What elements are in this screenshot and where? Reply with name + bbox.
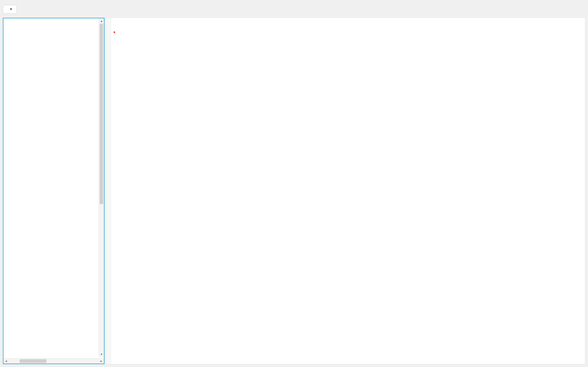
line-number-gutter [105,18,111,364]
highlight-annotation [113,31,115,33]
scroll-right-icon[interactable]: ▸ [99,359,104,363]
monitor-dropdown[interactable]: ▼ [3,5,17,14]
class-list-panel: ▴ ▾ ◂ ▸ [3,18,104,364]
scroll-thumb[interactable] [100,24,103,204]
app-root: ▼ ▴ ▾ ◂ ▸ [0,0,588,367]
main-panel: ▴ ▾ ◂ ▸ [3,18,585,364]
toolbar: ▼ [3,3,585,18]
code-area[interactable] [111,18,585,364]
sidebar-horizontal-scrollbar[interactable]: ◂ ▸ [3,358,104,364]
scroll-track[interactable] [9,359,99,363]
scroll-down-icon[interactable]: ▾ [99,352,104,357]
chevron-down-icon: ▼ [9,7,13,11]
code-editor[interactable] [105,18,585,364]
sidebar-vertical-scrollbar[interactable]: ▴ ▾ [99,18,104,357]
scroll-up-icon[interactable]: ▴ [99,18,104,24]
scroll-track[interactable] [99,24,104,352]
scroll-left-icon[interactable]: ◂ [3,359,9,363]
scroll-thumb[interactable] [20,359,47,363]
class-list[interactable] [3,18,104,358]
